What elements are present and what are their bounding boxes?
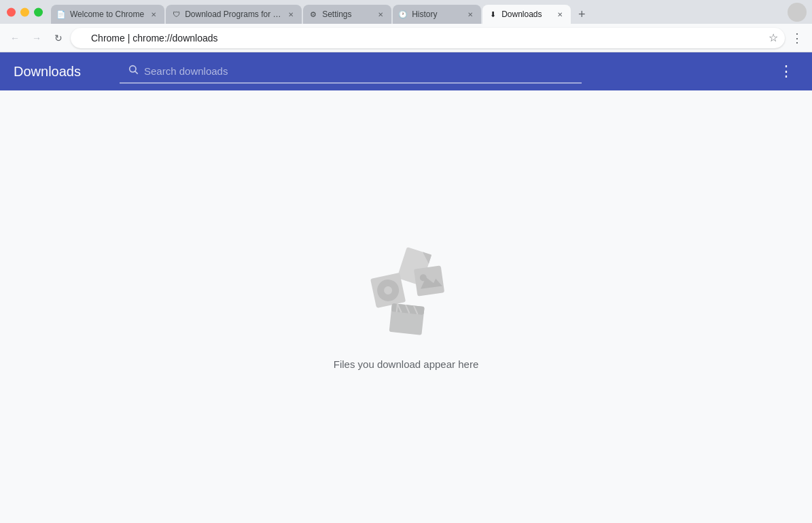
refresh-button[interactable]: ↻ [49,29,68,48]
tab-welcome[interactable]: 📄 Welcome to Chrome ✕ [51,5,164,24]
tab-history[interactable]: 🕐 History ✕ [393,5,481,24]
empty-state: Files you download appear here [334,243,478,370]
minimize-button[interactable] [20,7,29,16]
svg-line-1 [135,71,138,74]
profile-button[interactable] [788,3,807,22]
browser-menu-button[interactable]: ⋮ [788,29,807,48]
tab-history-icon: 🕐 [398,10,408,19]
empty-illustration [358,243,453,345]
search-input[interactable] [144,65,573,77]
downloads-content: Files you download appear here [0,90,812,523]
close-button[interactable] [7,7,16,16]
tab-welcome-label: Welcome to Chrome [70,10,144,19]
tab-welcome-icon: 📄 [56,10,66,19]
browser-actions [788,3,812,22]
tab-download-programs-label: Download Programs for Ma… [185,10,281,19]
titlebar: 📄 Welcome to Chrome ✕ 🛡 Download Program… [0,0,812,24]
bookmark-star-icon[interactable]: ☆ [769,31,778,44]
tab-downloads-close[interactable]: ✕ [554,9,565,20]
search-bar [120,59,582,84]
omnibox-wrapper: 🔒 ☆ [71,28,785,48]
back-button[interactable]: ← [5,29,24,48]
tabs-bar: 📄 Welcome to Chrome ✕ 🛡 Download Program… [51,0,812,24]
tab-history-close[interactable]: ✕ [465,9,476,20]
downloads-page-title: Downloads [14,64,109,80]
empty-message: Files you download appear here [334,358,478,370]
tab-settings-close[interactable]: ✕ [375,9,386,20]
tab-downloads[interactable]: ⬇ Downloads ✕ [482,5,571,24]
maximize-button[interactable] [34,7,43,16]
svg-point-0 [130,66,136,72]
forward-button[interactable]: → [27,29,46,48]
tab-settings-label: Settings [322,10,371,19]
new-tab-button[interactable]: + [572,5,591,24]
more-options-button[interactable]: ⋮ [774,59,798,84]
search-icon [128,64,139,78]
tab-download-programs[interactable]: 🛡 Download Programs for Ma… ✕ [166,5,302,24]
downloads-header: Downloads ⋮ [0,52,812,90]
omnibox-input[interactable] [71,28,785,48]
omnibox-bar: ← → ↻ 🔒 ☆ ⋮ [0,24,812,52]
tab-settings[interactable]: ⚙ Settings ✕ [303,5,391,24]
tab-download-programs-close[interactable]: ✕ [285,9,296,20]
tab-downloads-label: Downloads [501,10,550,19]
tab-welcome-close[interactable]: ✕ [148,9,159,20]
tab-history-label: History [412,10,461,19]
tab-downloads-icon: ⬇ [488,10,497,19]
tab-settings-icon: ⚙ [308,10,318,19]
tab-download-programs-icon: 🛡 [171,10,181,19]
window-controls [7,7,43,16]
